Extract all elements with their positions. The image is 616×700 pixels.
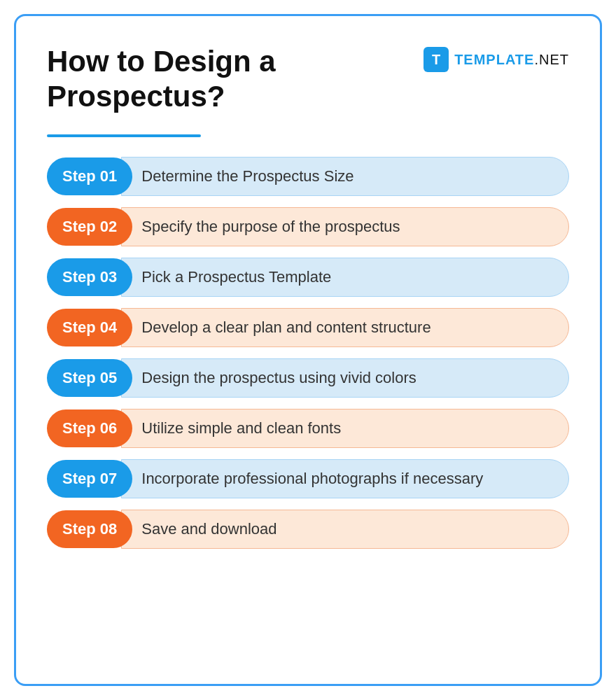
main-card: How to Design a Prospectus? T TEMPLATE.N…	[14, 14, 602, 686]
step-badge-step-01: Step 01	[47, 158, 132, 195]
step-row-step-08: Step 08Save and download	[47, 510, 569, 549]
step-row-step-01: Step 01Determine the Prospectus Size	[47, 157, 569, 196]
step-content-step-04: Develop a clear plan and content structu…	[121, 308, 569, 347]
step-badge-step-04: Step 04	[47, 309, 132, 346]
step-content-step-05: Design the prospectus using vivid colors	[121, 358, 569, 398]
step-content-step-07: Incorporate professional photographs if …	[121, 459, 569, 498]
step-row-step-04: Step 04Develop a clear plan and content …	[47, 308, 569, 347]
logo-icon: T	[424, 47, 449, 72]
step-badge-step-08: Step 08	[47, 510, 132, 548]
step-content-step-03: Pick a Prospectus Template	[121, 258, 569, 297]
step-row-step-06: Step 06Utilize simple and clean fonts	[47, 409, 569, 448]
header: How to Design a Prospectus? T TEMPLATE.N…	[47, 44, 569, 115]
steps-list: Step 01Determine the Prospectus SizeStep…	[47, 157, 569, 656]
title-divider	[47, 134, 201, 137]
step-row-step-02: Step 02Specify the purpose of the prospe…	[47, 207, 569, 246]
step-badge-step-05: Step 05	[47, 359, 132, 397]
step-row-step-05: Step 05Design the prospectus using vivid…	[47, 358, 569, 398]
step-badge-step-02: Step 02	[47, 208, 132, 246]
step-badge-step-03: Step 03	[47, 258, 132, 296]
step-badge-step-06: Step 06	[47, 410, 132, 447]
logo-text: TEMPLATE.NET	[454, 52, 569, 68]
step-content-step-01: Determine the Prospectus Size	[121, 157, 569, 196]
step-badge-step-07: Step 07	[47, 460, 132, 498]
step-content-step-02: Specify the purpose of the prospectus	[121, 207, 569, 246]
step-content-step-06: Utilize simple and clean fonts	[121, 409, 569, 448]
step-row-step-03: Step 03Pick a Prospectus Template	[47, 258, 569, 297]
step-row-step-07: Step 07Incorporate professional photogra…	[47, 459, 569, 498]
step-content-step-08: Save and download	[121, 510, 569, 549]
logo: T TEMPLATE.NET	[424, 47, 569, 72]
page-title: How to Design a Prospectus?	[47, 44, 276, 115]
